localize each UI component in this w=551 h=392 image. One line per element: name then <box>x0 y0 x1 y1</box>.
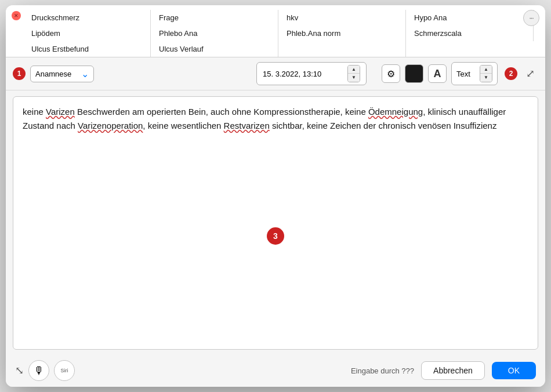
grid-cell-r2c3: Phleb.Ana norm <box>278 26 406 41</box>
close-icon: ✕ <box>14 13 19 19</box>
grid-cell-r3c1: Ulcus Erstbefund <box>23 41 151 57</box>
footer: ⤡ 🎙 Siri Eingabe durch ??? Abbrechen OK <box>6 355 545 387</box>
grid-cell-r1c2: Frage <box>151 10 278 26</box>
grid-cell-r3c2: Ulcus Verlauf <box>151 41 278 57</box>
expand-corner-button[interactable]: ⤡ <box>15 364 24 377</box>
grid-cell-r3c3 <box>278 41 406 57</box>
toolbar: 1 Anamnese ⌄ 15. 3.2022, 13:10 ▲ ▼ ⚙ A <box>6 57 545 90</box>
chevron-down-icon: ⌄ <box>81 68 89 79</box>
top-grid: Druckschmerz Frage hkv Hypo Ana Lipödem … <box>6 5 545 57</box>
font-icon: A <box>434 68 441 80</box>
gear-button[interactable]: ⚙ <box>382 64 400 83</box>
stepper-up-button[interactable]: ▲ <box>348 66 360 74</box>
expand-icon: ⤢ <box>526 68 535 79</box>
badge-3: 3 <box>267 227 284 245</box>
microphone-button[interactable]: 🎙 <box>28 360 49 381</box>
datetime-field[interactable]: 15. 3.2022, 13:10 ▲ ▼ <box>256 62 367 85</box>
stepper-down-button[interactable]: ▼ <box>348 74 360 82</box>
text-content-area[interactable]: keine Varizen Beschwerden am operierten … <box>13 96 538 350</box>
microphone-icon: 🎙 <box>34 365 44 377</box>
expand-button[interactable]: ⤢ <box>522 66 538 82</box>
footer-right: Eingabe durch ??? Abbrechen OK <box>351 361 536 380</box>
gear-icon: ⚙ <box>387 68 395 79</box>
text-stepper-up-button[interactable]: ▲ <box>480 66 492 74</box>
text-type-dropdown[interactable]: Text ▲ ▼ <box>451 62 498 85</box>
color-swatch-button[interactable] <box>405 64 423 83</box>
expand-corner-icon: ⤡ <box>15 365 24 376</box>
datetime-value: 15. 3.2022, 13:10 <box>263 70 321 78</box>
grid-cell-r1c1: Druckschmerz <box>23 10 151 26</box>
close-button[interactable]: ✕ <box>12 11 21 20</box>
siri-icon: Siri <box>61 368 68 373</box>
text-area-wrapper: keine Varizen Beschwerden am operierten … <box>6 90 545 355</box>
ok-button[interactable]: OK <box>492 362 536 379</box>
badge-2: 2 <box>505 67 517 80</box>
grid-cell-r2c4: Schmerzscala <box>406 26 534 41</box>
grid-cell-r1c4: Hypo Ana <box>406 10 534 26</box>
text-stepper-down-button[interactable]: ▼ <box>480 74 492 82</box>
eingabe-label: Eingabe durch ??? <box>351 366 414 375</box>
badge-1: 1 <box>13 67 26 80</box>
datetime-stepper[interactable]: ▲ ▼ <box>347 65 360 82</box>
grid-cell-r1c3: hkv <box>278 10 406 26</box>
footer-left: ⤡ 🎙 Siri <box>15 360 75 381</box>
text-type-label: Text <box>456 70 470 78</box>
cancel-button[interactable]: Abbrechen <box>421 361 485 380</box>
text-type-stepper[interactable]: ▲ ▼ <box>480 65 492 82</box>
more-icon: ··· <box>529 14 533 22</box>
more-button[interactable]: ··· <box>523 10 539 26</box>
anamnese-dropdown[interactable]: Anamnese ⌄ <box>30 66 94 82</box>
main-dialog: ✕ ··· Druckschmerz Frage hkv Hypo Ana Li… <box>6 5 545 387</box>
font-button[interactable]: A <box>428 64 447 83</box>
siri-button[interactable]: Siri <box>54 360 75 381</box>
anamnese-label: Anamnese <box>35 70 71 78</box>
grid-cell-r2c1: Lipödem <box>23 26 151 41</box>
grid-cell-r2c2: Phlebo Ana <box>151 26 278 41</box>
text-paragraph: keine Varizen Beschwerden am operierten … <box>23 105 528 133</box>
grid-cell-r3c4 <box>406 41 534 57</box>
